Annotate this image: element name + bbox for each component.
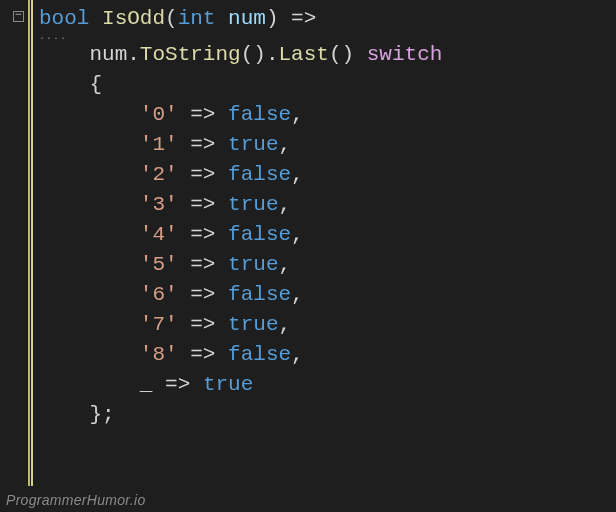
code-line: num.ToString().Last() switch [39,40,610,70]
switch-pattern: '1' [140,133,178,156]
comma: , [279,193,292,216]
bool-literal: true [228,133,278,156]
switch-pattern: '5' [140,253,178,276]
function-name: IsOdd [102,7,165,30]
bool-literal: true [228,313,278,336]
arrow-op: => [291,7,316,30]
switch-arm: _ => true [39,370,610,400]
switch-arm: '1' => true, [39,130,610,160]
arrow-op: => [190,103,215,126]
arrow-op: => [190,283,215,306]
param-name: num [228,7,266,30]
arrow-op: => [190,193,215,216]
close-brace: }; [89,403,114,426]
keyword: bool [39,7,89,30]
code-line: }; [39,400,610,430]
switch-arm: '5' => true, [39,250,610,280]
switch-arm: '3' => true, [39,190,610,220]
switch-pattern: '6' [140,283,178,306]
switch-arm: '4' => false, [39,220,610,250]
switch-pattern: '7' [140,313,178,336]
fold-gutter[interactable]: − [8,0,28,486]
switch-arm: '6' => false, [39,280,610,310]
method-name: ToString [140,43,241,66]
method-name: Last [278,43,328,66]
bool-literal: true [228,193,278,216]
bool-literal: false [228,343,291,366]
comma: , [291,103,304,126]
identifier: num [89,43,127,66]
bool-literal: false [228,223,291,246]
code-editor: − bool IsOdd(int num) => .... num.ToStri… [0,0,616,486]
scope-bar [28,0,30,486]
code-line: bool IsOdd(int num) => [39,4,610,34]
code-text[interactable]: bool IsOdd(int num) => .... num.ToString… [33,0,616,486]
comma: , [279,313,292,336]
switch-pattern: '0' [140,103,178,126]
switch-arm: '2' => false, [39,160,610,190]
bool-literal: true [203,373,253,396]
arrow-op: => [190,223,215,246]
fold-collapse-icon[interactable]: − [13,11,24,22]
open-brace: { [89,73,102,96]
comma: , [291,223,304,246]
comma: , [279,133,292,156]
bool-literal: false [228,283,291,306]
switch-pattern: '2' [140,163,178,186]
comma: , [291,283,304,306]
switch-pattern: _ [140,373,153,396]
comma: , [279,253,292,276]
comma: , [291,343,304,366]
arrow-op: => [190,133,215,156]
type-keyword: int [178,7,216,30]
switch-pattern: '4' [140,223,178,246]
arrow-op: => [190,163,215,186]
comma: , [291,163,304,186]
switch-arm: '0' => false, [39,100,610,130]
line-gutter [0,0,8,486]
bool-literal: false [228,163,291,186]
code-line: { [39,70,610,100]
arrow-op: => [165,373,190,396]
arrow-op: => [190,313,215,336]
switch-keyword: switch [367,43,443,66]
switch-arm: '7' => true, [39,310,610,340]
bool-literal: true [228,253,278,276]
arrow-op: => [190,253,215,276]
watermark-text: ProgrammerHumor.io [6,492,145,508]
switch-pattern: '8' [140,343,178,366]
arrow-op: => [190,343,215,366]
bool-literal: false [228,103,291,126]
switch-pattern: '3' [140,193,178,216]
switch-arm: '8' => false, [39,340,610,370]
